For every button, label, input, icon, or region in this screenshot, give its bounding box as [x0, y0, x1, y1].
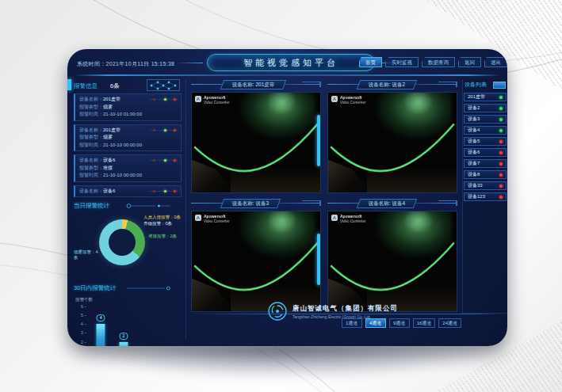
today-stats-title: 当日报警统计 — [74, 202, 109, 210]
alarm-time-value: 21-10-10 01:00:00 — [103, 111, 142, 119]
alarm-type-label: 报警类型： — [79, 104, 103, 112]
nav-button-live-monitor[interactable]: 实时监视 — [385, 57, 419, 67]
circuit-decoration-icon — [120, 285, 182, 291]
status-dot-offline — [499, 196, 503, 199]
alarm-time-label: 报警时间： — [79, 111, 103, 119]
device-list-item[interactable]: 设备3 — [464, 115, 507, 124]
monthly-stats-title: 30日内报警统计 — [74, 284, 116, 292]
watermark: A ApowersoftVideo Converter — [195, 215, 229, 223]
channel-button-9[interactable]: 9通道 — [389, 318, 410, 328]
donut-label-person: 人员入侵报警：0条 — [143, 215, 181, 220]
nav-button-home[interactable]: 首页 — [359, 57, 382, 67]
dashboard: 系统时间：2021年10月11日 15:15:38 智能视觉感知平台 首页 实时… — [67, 49, 507, 346]
device-list-title: 设备列表 — [465, 81, 487, 89]
video-feed[interactable]: A ApowersoftVideo Converter — [191, 92, 321, 193]
device-list-item[interactable]: 设备5 — [464, 137, 507, 146]
video-panel-4[interactable]: 设备名称: 设备4 A ApowersoftVideo Converter — [327, 198, 457, 312]
alarm-slider — [149, 159, 178, 162]
device-list-toggle[interactable] — [493, 82, 506, 89]
device-list-item[interactable]: 设备7 — [464, 159, 507, 168]
donut-label-foreign: 异物报警：0条 — [143, 221, 172, 226]
video-feed[interactable]: A ApowersoftVideo Converter — [327, 211, 457, 312]
monthly-bar-chart: 报警个数 6 –5 –4 –3 –2 –1 –0 – 4烟雾2堆煤0异物0人员入… — [74, 297, 182, 346]
channel-button-24[interactable]: 24通道 — [438, 318, 461, 328]
video-panel-header: 设备名称: 201皮带 — [191, 79, 321, 90]
alarm-sidebar: 报警信息 6条 设备名称：201皮带 报警类型：烟雾 — [74, 79, 186, 340]
company-logo-icon — [267, 301, 288, 322]
donut-chart — [99, 219, 145, 265]
nav-button-exit[interactable]: 退出 — [484, 57, 507, 67]
alarm-card[interactable]: 设备名称：201皮带 报警类型：烟雾 报警时间：21-10-10 01:00:0… — [74, 93, 182, 121]
nav-button-data-query[interactable]: 数据查询 — [422, 57, 455, 67]
status-dot-online — [499, 107, 503, 110]
status-dot-offline — [499, 162, 503, 166]
status-dot-online — [499, 96, 503, 99]
status-dot-offline — [499, 140, 503, 143]
machinery-shadow — [367, 166, 457, 192]
donut-label-smoke: 烟雾报警：4条 — [74, 249, 101, 261]
bar-y-axis: 6 –5 –4 –3 –2 –1 –0 – — [75, 305, 86, 346]
circuit-decoration-icon — [114, 203, 182, 209]
header-divider — [74, 74, 501, 76]
channel-button-1[interactable]: 1通道 — [342, 318, 362, 328]
page-background: 系统时间：2021年10月11日 15:15:38 智能视觉感知平台 首页 实时… — [0, 0, 562, 392]
video-panel-1[interactable]: 设备名称: 201皮带 A ApowersoftVideo Converter — [191, 79, 321, 193]
device-list-item[interactable]: 设备8 — [464, 170, 507, 179]
topology-graph-icon — [148, 81, 178, 90]
watermark: A ApowersoftVideo Converter — [331, 215, 365, 223]
bar-chart-plot: 4烟雾2堆煤0异物0人员入侵 — [90, 305, 180, 346]
dashboard-reflection — [87, 345, 484, 379]
video-panel-title: 设备名称: 设备2 — [369, 82, 405, 89]
apowersoft-logo-icon: A — [195, 215, 201, 221]
apowersoft-logo-icon: A — [195, 96, 201, 102]
status-dot-offline — [499, 185, 503, 188]
apowersoft-logo-icon: A — [331, 215, 338, 221]
machinery-shadow — [231, 166, 320, 192]
status-dot-online — [499, 118, 503, 121]
alarm-count-badge: 6条 — [110, 82, 120, 90]
top-nav: 首页 实时监视 数据查询 返回 退出 — [359, 57, 507, 67]
video-feed[interactable]: A ApowersoftVideo Converter — [191, 211, 321, 312]
video-panel-2[interactable]: 设备名称: 设备2 A ApowersoftVideo Converter — [327, 79, 457, 193]
video-scrollbar[interactable] — [317, 234, 320, 286]
video-feed[interactable]: A ApowersoftVideo Converter — [327, 92, 457, 193]
video-grid: 设备名称: 201皮带 A ApowersoftVideo Converter — [191, 79, 457, 312]
nav-button-back[interactable]: 返回 — [458, 57, 481, 67]
system-time: 系统时间：2021年10月11日 15:15:38 — [77, 60, 174, 68]
channel-button-16[interactable]: 16通道 — [413, 318, 436, 328]
status-dot-online — [499, 129, 503, 132]
alarm-card[interactable]: 设备名称：201皮带 报警类型：烟雾 报警时间：21-10-10 00:00:0… — [74, 124, 182, 152]
alarm-card[interactable]: 设备名称：设备6 报警类型：堆煤 报警时间：21-10-10 00:00:00 — [74, 154, 182, 182]
video-panel-header: 设备名称: 设备3 — [191, 198, 321, 209]
channel-switcher: 1通道 4通道 9通道 16通道 24通道 — [342, 318, 461, 328]
device-list-item[interactable]: 设备2 — [464, 104, 507, 112]
device-list-item[interactable]: 设备123 — [464, 192, 507, 201]
watermark: A ApowersoftVideo Converter — [331, 96, 365, 105]
device-list-item[interactable]: 201皮带 — [464, 93, 507, 101]
page-title: 智能视觉感知平台 — [243, 57, 338, 69]
alarm-type-value: 烟雾 — [103, 104, 113, 112]
status-dot-offline — [499, 173, 503, 177]
alarm-slider — [149, 129, 178, 131]
video-panel-header: 设备名称: 设备2 — [327, 79, 457, 90]
video-panel-title: 设备名称: 设备3 — [232, 200, 269, 207]
alarm-slider — [149, 98, 178, 101]
device-list-item[interactable]: 设备4 — [464, 126, 507, 135]
alarm-slider — [149, 190, 178, 192]
bar-column: 4烟雾 — [90, 305, 113, 346]
device-list-item[interactable]: 设备33 — [464, 181, 507, 190]
channel-button-4[interactable]: 4通道 — [365, 318, 386, 328]
alarm-info-title: 报警信息 — [74, 82, 97, 90]
device-name-value: 201皮带 — [103, 96, 120, 104]
donut-label-coal: 堆煤报警：2条 — [148, 234, 177, 239]
topology-icon — [147, 79, 180, 91]
video-panel-header: 设备名称: 设备4 — [327, 198, 457, 209]
bar-chart-y-label: 报警个数 — [75, 297, 93, 303]
device-name-label: 设备名称： — [79, 96, 103, 104]
alarm-card[interactable]: 设备名称：设备6 — [74, 185, 182, 198]
video-scrollbar[interactable] — [317, 115, 320, 167]
device-list-item[interactable]: 设备6 — [464, 148, 507, 157]
video-panel-title: 设备名称: 201皮带 — [232, 82, 274, 89]
video-panel-3[interactable]: 设备名称: 设备3 A ApowersoftVideo Converter — [191, 198, 321, 312]
bar-column: 2堆煤 — [113, 305, 136, 346]
